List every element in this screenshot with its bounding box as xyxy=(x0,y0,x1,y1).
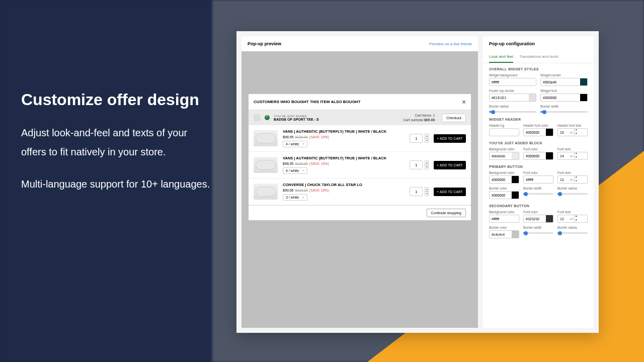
primary-radius-label: Border radius xyxy=(557,187,588,190)
added-size-label: Font size xyxy=(557,147,588,151)
quantity-stepper[interactable]: ▴▾ xyxy=(425,187,429,196)
just-added-block: YOU'VE JUST ADDED BADGE OF SPORT TEE - S… xyxy=(249,110,471,125)
primary-bg-input[interactable] xyxy=(489,175,519,184)
section-added: YOU'VE JUST ADDED BLOCK xyxy=(489,141,588,145)
added-size-input[interactable]: px▴▾ xyxy=(557,152,588,160)
config-panel: Pop-up configuration Look and feel Trans… xyxy=(483,36,594,328)
continue-shopping-button[interactable]: Continute shopping xyxy=(427,209,466,217)
secondary-bwidth-slider[interactable] xyxy=(523,232,553,234)
quantity-input[interactable] xyxy=(410,160,423,169)
secondary-size-label: Font size xyxy=(557,210,588,214)
paragraph-2: Multi-language support for 10+ languages… xyxy=(21,174,212,194)
header-size-input[interactable]: px▴▾ xyxy=(557,128,588,136)
overall-bwidth-label: Border width xyxy=(540,105,588,108)
preview-title: Pop-up preview xyxy=(248,41,281,46)
widget-font-input[interactable] xyxy=(540,94,588,102)
quantity-stepper[interactable]: ▴▾ xyxy=(425,134,429,143)
primary-color-label: Font color xyxy=(523,171,553,174)
primary-border-label: Border color xyxy=(489,187,519,190)
product-name: CONVERSE | CHUCK TAYLOR ALL STAR LO xyxy=(283,183,405,187)
quantity-input[interactable] xyxy=(410,187,423,196)
secondary-size-input[interactable]: px▴▾ xyxy=(557,215,588,223)
product-price: $98.95$109.95(SAVE 10%) xyxy=(283,135,405,139)
check-icon xyxy=(265,115,270,120)
add-to-cart-button[interactable]: + ADD TO CART xyxy=(434,161,466,169)
secondary-radius-slider[interactable] xyxy=(557,232,588,234)
paragraph-1: Adjust look-and-feel and texts of your o… xyxy=(21,123,212,161)
primary-bwidth-label: Border width xyxy=(523,187,553,190)
footer-border-label: Footer top border xyxy=(489,89,536,93)
product-row: VANS | AUTHENTIC (BUTTERFLY) TRUE | WHIT… xyxy=(249,125,471,152)
widget-border-input[interactable] xyxy=(540,78,588,86)
added-bg-label: Background color xyxy=(489,147,519,151)
variant-select[interactable]: 3 / white xyxy=(283,194,307,201)
product-name: VANS | AUTHENTIC (BUTTERFLY) TRUE | WHIT… xyxy=(283,129,405,134)
added-product-thumb xyxy=(254,114,261,121)
secondary-radius-label: Border radius xyxy=(557,226,588,229)
header-color-label: Header font color xyxy=(523,124,553,127)
secondary-bg-input[interactable] xyxy=(489,215,519,223)
footer-border-input[interactable] xyxy=(489,94,536,102)
header-size-label: Header font size xyxy=(557,124,588,127)
add-to-cart-button[interactable]: + ADD TO CART xyxy=(434,134,466,143)
app-window: Pop-up preview Preview on a live theme C… xyxy=(236,31,599,333)
popup-widget: CUSTOMERS WHO BOUGHT THIS ITEM ALSO BOUG… xyxy=(249,94,471,220)
widget-border-label: Widget border xyxy=(540,73,588,77)
quantity-input[interactable] xyxy=(410,134,423,143)
widget-font-label: Widget font xyxy=(540,89,588,93)
primary-color-input[interactable] xyxy=(523,175,553,184)
section-header: WIDGET HEADER xyxy=(489,118,588,121)
product-price: $90.00$100.00(SAVE 10%) xyxy=(283,189,405,192)
close-icon[interactable]: × xyxy=(462,98,466,106)
secondary-color-input[interactable] xyxy=(523,215,553,223)
secondary-bwidth-label: Border width xyxy=(523,226,553,229)
secondary-color-label: Font color xyxy=(523,210,553,214)
added-bg-input[interactable] xyxy=(489,152,519,160)
secondary-border-label: Border color xyxy=(489,226,519,229)
header-bg-label: Header bg xyxy=(489,124,519,127)
added-color-label: Font color xyxy=(523,147,553,151)
preview-live-link[interactable]: Preview on a live theme xyxy=(429,42,472,46)
product-price: $98.95$109.95(SAVE 10%) xyxy=(283,162,405,165)
tab-look-and-feel[interactable]: Look and feel xyxy=(489,51,513,63)
cart-summary: Cart items: 1 Cart subtotal $69.00 xyxy=(403,113,435,122)
overall-radius-slider[interactable] xyxy=(489,111,536,113)
product-row: CONVERSE | CHUCK TAYLOR ALL STAR LO $90.… xyxy=(249,178,471,205)
added-product-name: BADGE OF SPORT TEE - S xyxy=(274,118,399,121)
product-image xyxy=(254,184,278,200)
overall-radius-label: Border radius xyxy=(489,105,536,108)
header-bg-input[interactable] xyxy=(489,128,519,136)
variant-select[interactable]: 4 / white xyxy=(283,141,307,147)
widget-bg-input[interactable] xyxy=(489,78,536,86)
overall-bwidth-slider[interactable] xyxy=(540,111,588,113)
added-color-input[interactable] xyxy=(523,152,553,160)
product-name: VANS | AUTHENTIC (BUTTERFLY) TRUE | WHIT… xyxy=(283,156,405,160)
tab-translations[interactable]: Translations and texts xyxy=(519,51,558,63)
widget-bg-label: Widget background xyxy=(489,73,536,77)
primary-bg-label: Background color xyxy=(489,171,519,174)
section-secondary: SECONDARY BUTTON xyxy=(489,204,588,208)
product-row: VANS | AUTHENTIC (BUTTERFLY) TRUE | WHIT… xyxy=(249,152,471,178)
primary-border-input[interactable] xyxy=(489,191,519,199)
config-title: Pop-up configuration xyxy=(489,41,535,46)
secondary-border-input[interactable] xyxy=(489,230,519,238)
primary-radius-slider[interactable] xyxy=(557,193,588,195)
variant-select[interactable]: 4 / white xyxy=(283,167,307,174)
header-color-input[interactable] xyxy=(523,128,553,136)
primary-bwidth-slider[interactable] xyxy=(523,193,553,195)
section-primary: PRIMARY BUTTON xyxy=(489,165,588,168)
preview-panel: Pop-up preview Preview on a live theme C… xyxy=(242,36,478,328)
marketing-copy: Customize offer design Adjust look-and-f… xyxy=(21,90,212,207)
secondary-bg-label: Background color xyxy=(489,210,519,214)
preview-canvas: CUSTOMERS WHO BOUGHT THIS ITEM ALSO BOUG… xyxy=(242,51,478,328)
quantity-stepper[interactable]: ▴▾ xyxy=(425,160,429,169)
checkout-button[interactable]: Checkout xyxy=(442,114,466,122)
product-image xyxy=(254,130,278,146)
primary-size-input[interactable]: px▴▾ xyxy=(557,175,588,184)
section-overall: OVERALL WIDGET STYLES xyxy=(489,67,588,71)
primary-size-label: Font size xyxy=(557,171,588,174)
add-to-cart-button[interactable]: + ADD TO CART xyxy=(434,188,466,196)
popup-title: CUSTOMERS WHO BOUGHT THIS ITEM ALSO BOUG… xyxy=(254,100,360,104)
headline: Customize offer design xyxy=(21,90,212,109)
product-image xyxy=(254,157,278,173)
